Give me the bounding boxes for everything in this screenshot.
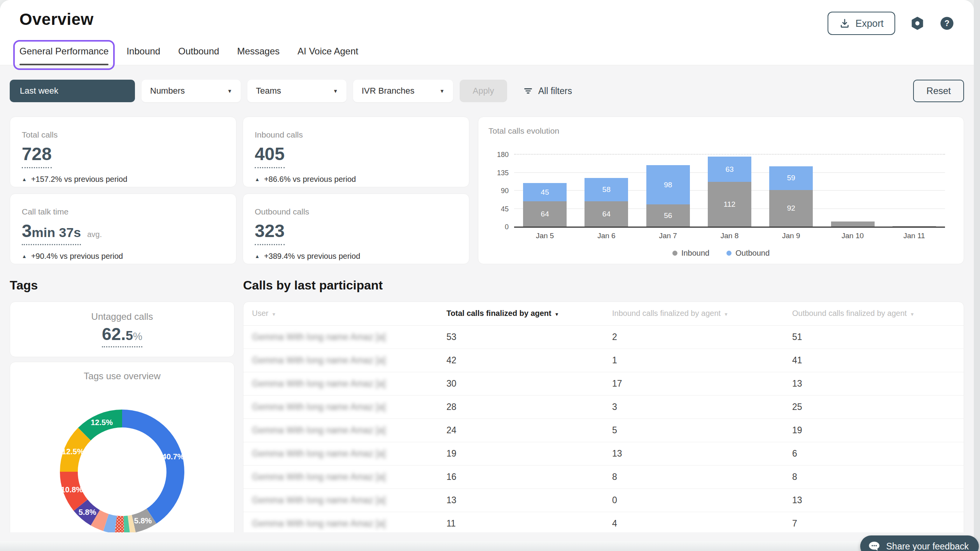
table-row[interactable]: Gemma With long name Amaz [a]42141 (243, 349, 964, 372)
cell-value: 53 (438, 325, 604, 349)
filter-select-teams[interactable]: Teams▼ (247, 80, 346, 102)
cell-value: 8 (604, 465, 784, 488)
settings-button[interactable] (910, 16, 925, 31)
all-filters-button[interactable]: All filters (523, 86, 572, 96)
column-header-user[interactable]: User▼ (243, 302, 438, 325)
tab-inbound[interactable]: Inbound (126, 46, 160, 57)
cell-value: 16 (438, 465, 604, 488)
x-axis-label: Jan 5 (536, 232, 554, 240)
donut-slice-label: 40.7% (162, 452, 184, 461)
kpi-card-outbound-calls: Outbound calls 323 ▲+389.4% vs previous … (243, 194, 469, 264)
screen: Overview Export (0, 0, 980, 551)
bar-jan-9[interactable]: 5992Jan 9 (769, 155, 813, 227)
period-filter-chip[interactable]: Last week (10, 80, 135, 102)
total-calls-evolution-chart: Total calls evolution 045901351804564Jan… (478, 117, 964, 264)
column-header-inbound-calls-finalized-by-agent[interactable]: Inbound calls finalized by agent▼ (604, 302, 784, 325)
kpi-label: Total calls (22, 130, 224, 139)
tags-heading: Tags (10, 278, 234, 293)
speech-bubble-icon (867, 539, 881, 551)
cell-value: 24 (438, 418, 604, 442)
table-row[interactable]: Gemma With long name Amaz [a]1147 (243, 512, 964, 532)
apply-button[interactable]: Apply (460, 80, 507, 102)
tab-messages[interactable]: Messages (237, 46, 280, 57)
section-headings: Tags Calls by last participant (0, 264, 974, 293)
table-row[interactable]: Gemma With long name Amaz [a]1688 (243, 465, 964, 488)
table-row[interactable]: Gemma With long name Amaz [a]53251 (243, 325, 964, 349)
y-axis-tick: 90 (501, 187, 509, 195)
download-icon (839, 18, 850, 29)
tab-ai-voice-agent[interactable]: AI Voice Agent (298, 46, 358, 57)
x-axis-label: Jan 10 (842, 232, 864, 240)
bar-jan-5[interactable]: 4564Jan 5 (523, 155, 567, 227)
question-icon: ? (940, 16, 954, 31)
bar-plot: 045901351804564Jan 55864Jan 69856Jan 763… (514, 155, 945, 227)
user-name-blurred: Gemma With long name Amaz [a] (243, 418, 438, 442)
x-axis-label: Jan 8 (721, 232, 738, 240)
kpi-label: Inbound calls (255, 130, 457, 139)
calls-table: User▼Total calls finalized by agent▼Inbo… (243, 302, 964, 532)
tab-outbound[interactable]: Outbound (178, 46, 219, 57)
outbound-segment: 58 (584, 178, 628, 201)
help-button[interactable]: ? (940, 16, 954, 31)
filter-select-ivr-branches[interactable]: IVR Branches▼ (353, 80, 453, 102)
table-row[interactable]: Gemma With long name Amaz [a]28325 (243, 395, 964, 418)
filter-select-label: IVR Branches (362, 86, 415, 96)
filter-select-numbers[interactable]: Numbers▼ (142, 80, 241, 102)
legend-outbound[interactable]: Outbound (726, 249, 770, 258)
scrollbar[interactable] (974, 0, 980, 551)
user-name-blurred: Gemma With long name Amaz [a] (243, 349, 438, 372)
reset-button[interactable]: Reset (913, 80, 964, 102)
calls-by-last-participant-heading: Calls by last participant (243, 278, 964, 293)
page-title: Overview (19, 10, 94, 29)
bar-jan-10[interactable]: Jan 10 (831, 155, 875, 227)
donut-slice-label: 12.5% (91, 418, 113, 427)
bar-jan-6[interactable]: 5864Jan 6 (584, 155, 628, 227)
cell-value: 5 (604, 418, 784, 442)
table-row[interactable]: Gemma With long name Amaz [a]301713 (243, 372, 964, 395)
tab-bar: General PerformanceInboundOutboundMessag… (19, 46, 954, 57)
x-axis-label: Jan 9 (782, 232, 800, 240)
cell-value: 11 (438, 512, 604, 532)
tags-use-overview-card: Tags use overview 40.7%5.8%5.8%10.8%12.5… (10, 362, 234, 532)
bar-jan-8[interactable]: 63112Jan 8 (708, 155, 751, 227)
export-button[interactable]: Export (828, 12, 895, 35)
cell-value: 13 (784, 488, 964, 512)
outbound-segment: 45 (523, 183, 567, 201)
legend-label: Outbound (735, 249, 770, 258)
tab-general-performance[interactable]: General Performance (19, 46, 108, 57)
delta-up-icon: ▲ (22, 253, 27, 259)
dashboard: Total calls 728 ▲+157.2% vs previous per… (0, 102, 974, 264)
inbound-segment (831, 221, 875, 227)
table-row[interactable]: Gemma With long name Amaz [a]24519 (243, 418, 964, 442)
kpi-grid: Total calls 728 ▲+157.2% vs previous per… (10, 117, 469, 264)
bar-jan-7[interactable]: 9856Jan 7 (646, 155, 690, 227)
table-row[interactable]: Gemma With long name Amaz [a]19136 (243, 442, 964, 465)
delta-up-icon: ▲ (255, 253, 260, 259)
header: Overview Export (0, 0, 974, 65)
lower-area: Untagged calls 62.5% Tags use overview 4… (0, 293, 974, 532)
column-header-outbound-calls-finalized-by-agent[interactable]: Outbound calls finalized by agent▼ (784, 302, 964, 325)
export-label: Export (856, 18, 884, 29)
cell-value: 28 (438, 395, 604, 418)
column-header-total-calls-finalized-by-agent[interactable]: Total calls finalized by agent▼ (438, 302, 604, 325)
cell-value: 30 (438, 372, 604, 395)
sort-caret-icon: ▼ (724, 312, 728, 317)
donut-slice-0[interactable] (122, 410, 184, 523)
table-row[interactable]: Gemma With long name Amaz [a]13013 (243, 488, 964, 512)
column-label: Total calls finalized by agent (446, 309, 551, 317)
chart-legend: InboundOutbound (478, 249, 964, 258)
kpi-value: 323 (255, 220, 285, 245)
column-label: User (252, 309, 268, 317)
untagged-calls-value: 62.5% (102, 324, 142, 347)
bars: 4564Jan 55864Jan 69856Jan 763112Jan 8599… (514, 155, 945, 227)
column-label: Outbound calls finalized by agent (792, 309, 907, 317)
cell-value: 1 (604, 349, 784, 372)
bar-jan-11[interactable]: Jan 11 (892, 155, 936, 227)
legend-inbound[interactable]: Inbound (672, 249, 709, 258)
period-filter-label: Last week (20, 86, 58, 96)
sort-caret-icon: ▼ (271, 312, 276, 317)
tags-donut-chart: 40.7%5.8%5.8%10.8%12.5%12.5% (56, 406, 188, 532)
all-filters-label: All filters (538, 86, 572, 96)
share-feedback-button[interactable]: Share your feedback (860, 535, 979, 551)
sort-caret-icon: ▼ (555, 312, 559, 317)
